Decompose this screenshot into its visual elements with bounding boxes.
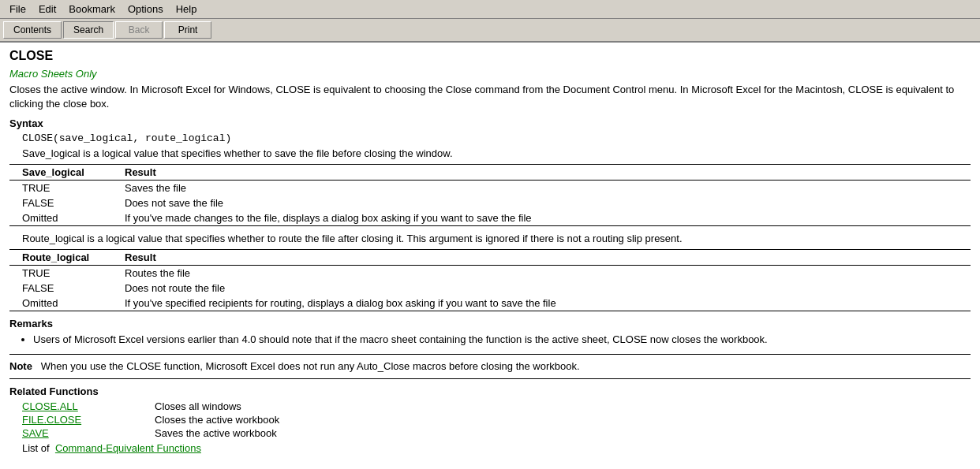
save-link[interactable]: SAVE — [22, 427, 148, 439]
table-row: TRUE Routes the file — [9, 266, 971, 281]
save-table-header-col1: Save_logical — [9, 165, 112, 181]
save-omitted-key: Omitted — [9, 210, 112, 226]
table-row: FALSE Does not save the file — [9, 195, 971, 210]
back-button[interactable]: Back — [115, 21, 163, 39]
remarks-heading: Remarks — [9, 318, 971, 329]
page-title: CLOSE — [9, 49, 971, 63]
related-item-save: SAVE Saves the active workbook — [9, 427, 971, 439]
related-item-fileclose: FILE.CLOSE Closes the active workbook — [9, 414, 971, 426]
related-heading: Related Functions — [9, 385, 971, 397]
save-false-key: FALSE — [9, 195, 112, 210]
note-text: When you use the CLOSE function, Microso… — [41, 360, 580, 372]
search-button[interactable]: Search — [63, 21, 114, 39]
related-item-closeall: CLOSE.ALL Closes all windows — [9, 400, 971, 412]
file-close-desc: Closes the active workbook — [155, 414, 279, 426]
menu-file[interactable]: File — [3, 2, 32, 17]
route-logical-desc: Route_logical is a logical value that sp… — [22, 233, 971, 244]
print-button[interactable]: Print — [164, 21, 211, 39]
syntax-code: CLOSE(save_logical, route_logical) — [22, 132, 971, 144]
save-desc: Saves the active workbook — [155, 427, 277, 439]
menu-options[interactable]: Options — [122, 2, 170, 17]
list-of-container: List of Command-Equivalent Functions — [9, 442, 971, 454]
description: Closes the active window. In Microsoft E… — [9, 83, 971, 111]
save-table-header-col2: Result — [112, 165, 971, 181]
menu-edit[interactable]: Edit — [32, 2, 62, 17]
table-row: Omitted If you've made changes to the fi… — [9, 210, 971, 226]
route-omitted-val: If you've specified recipients for routi… — [112, 296, 971, 311]
save-logical-table: Save_logical Result TRUE Saves the file … — [9, 164, 971, 226]
route-table-header-col2: Result — [112, 250, 971, 266]
save-true-val: Saves the file — [112, 181, 971, 196]
route-true-val: Routes the file — [112, 266, 971, 281]
note-label: Note — [9, 360, 32, 372]
route-logical-table: Route_logical Result TRUE Routes the fil… — [9, 249, 971, 311]
remarks-list: Users of Microsoft Excel versions earlie… — [33, 333, 971, 347]
route-false-key: FALSE — [9, 281, 112, 296]
close-all-desc: Closes all windows — [155, 400, 241, 412]
table-row: Omitted If you've specified recipients f… — [9, 296, 971, 311]
save-omitted-val: If you've made changes to the file, disp… — [112, 210, 971, 226]
save-false-val: Does not save the file — [112, 195, 971, 210]
syntax-heading: Syntax — [9, 117, 971, 129]
table-row: TRUE Saves the file — [9, 181, 971, 196]
toolbar: Contents Search Back Print — [0, 19, 980, 43]
save-true-key: TRUE — [9, 181, 112, 196]
main-content: CLOSE Macro Sheets Only Closes the activ… — [0, 43, 980, 469]
contents-button[interactable]: Contents — [3, 21, 62, 39]
save-logical-desc: Save_logical is a logical value that spe… — [22, 147, 971, 159]
remarks-item: Users of Microsoft Excel versions earlie… — [33, 333, 971, 347]
list-of-label: List of — [22, 442, 50, 454]
route-omitted-key: Omitted — [9, 296, 112, 311]
close-all-link[interactable]: CLOSE.ALL — [22, 400, 148, 412]
note-box: Note When you use the CLOSE function, Mi… — [9, 354, 971, 379]
macro-label: Macro Sheets Only — [9, 68, 971, 80]
menu-bookmark[interactable]: Bookmark — [62, 2, 122, 17]
command-equiv-link[interactable]: Command-Equivalent Functions — [55, 442, 201, 454]
file-close-link[interactable]: FILE.CLOSE — [22, 414, 148, 426]
route-table-header-col1: Route_logical — [9, 250, 112, 266]
menu-help[interactable]: Help — [170, 2, 204, 17]
table-row: FALSE Does not route the file — [9, 281, 971, 296]
menu-bar: File Edit Bookmark Options Help — [0, 0, 980, 19]
route-false-val: Does not route the file — [112, 281, 971, 296]
route-true-key: TRUE — [9, 266, 112, 281]
